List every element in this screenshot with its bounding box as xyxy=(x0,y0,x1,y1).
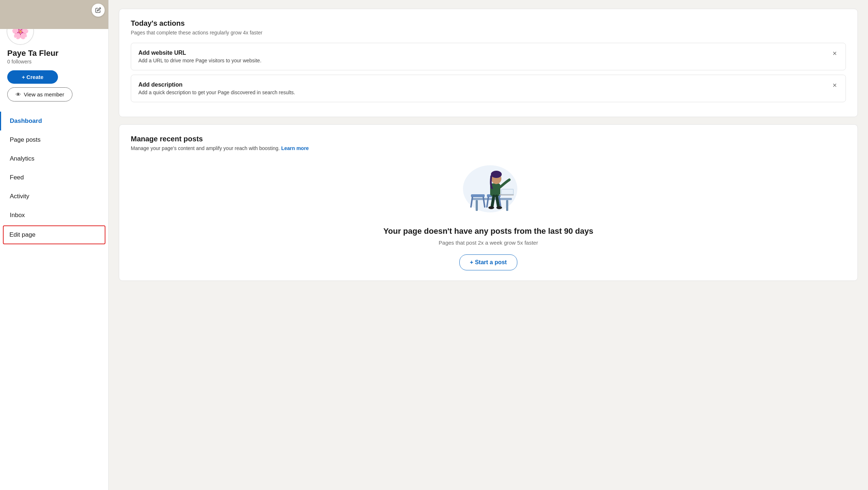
create-button[interactable]: + Create xyxy=(7,70,58,84)
learn-more-link[interactable]: Learn more xyxy=(281,145,309,151)
followers-count: 0 followers xyxy=(0,59,108,65)
sidebar-item-analytics[interactable]: Analytics xyxy=(0,149,108,168)
svg-rect-3 xyxy=(506,200,508,211)
view-as-member-button[interactable]: 👁 View as member xyxy=(7,87,72,101)
sidebar: 🌸 Paye Ta Fleur 0 followers + Create 👁 V… xyxy=(0,0,109,490)
svg-rect-2 xyxy=(476,200,478,211)
sidebar-item-activity[interactable]: Activity xyxy=(0,187,108,206)
todays-actions-subtitle: Pages that complete these actions regula… xyxy=(131,30,846,36)
illustration-svg xyxy=(456,160,521,218)
sidebar-item-feed[interactable]: Feed xyxy=(0,168,108,187)
todays-actions-title: Today's actions xyxy=(131,19,846,28)
empty-posts-title: Your page doesn't have any posts from th… xyxy=(131,227,846,236)
eye-icon: 👁 xyxy=(16,91,21,97)
sidebar-nav: DashboardPage postsAnalyticsFeedActivity… xyxy=(0,112,108,245)
svg-point-16 xyxy=(488,206,494,209)
edit-cover-button[interactable] xyxy=(92,4,105,17)
svg-rect-4 xyxy=(471,194,485,197)
action-website-title: Add website URL xyxy=(138,50,262,56)
action-item-website: Add website URL Add a URL to drive more … xyxy=(131,43,846,70)
action-description-desc: Add a quick description to get your Page… xyxy=(138,90,295,95)
start-post-wrap: + Start a post xyxy=(131,254,846,270)
page-name: Paye Ta Fleur xyxy=(0,49,108,58)
sidebar-item-inbox[interactable]: Inbox xyxy=(0,206,108,225)
main-content: Today's actions Pages that complete thes… xyxy=(109,0,868,490)
sidebar-cover xyxy=(0,0,108,29)
manage-posts-title: Manage recent posts xyxy=(131,135,846,143)
close-website-action-button[interactable]: × xyxy=(831,50,838,57)
svg-point-12 xyxy=(491,171,502,178)
action-website-desc: Add a URL to drive more Page visitors to… xyxy=(138,58,262,63)
sidebar-item-edit-page[interactable]: Edit page xyxy=(3,225,105,244)
empty-posts-desc: Pages that post 2x a week grow 5x faster xyxy=(131,240,846,246)
sidebar-item-dashboard[interactable]: Dashboard xyxy=(0,112,108,130)
manage-posts-subtitle: Manage your page's content and amplify y… xyxy=(131,145,846,151)
start-post-button[interactable]: + Start a post xyxy=(459,254,517,270)
svg-point-17 xyxy=(496,206,502,209)
svg-rect-15 xyxy=(502,190,513,194)
close-description-action-button[interactable]: × xyxy=(831,82,838,89)
sidebar-item-page-posts[interactable]: Page posts xyxy=(0,130,108,149)
action-description-title: Add description xyxy=(138,82,295,88)
manage-posts-card: Manage recent posts Manage your page's c… xyxy=(119,124,858,281)
action-item-description: Add description Add a quick description … xyxy=(131,75,846,102)
sidebar-actions: + Create 👁 View as member xyxy=(0,70,108,101)
empty-posts-illustration xyxy=(131,160,846,218)
todays-actions-card: Today's actions Pages that complete thes… xyxy=(119,9,858,117)
